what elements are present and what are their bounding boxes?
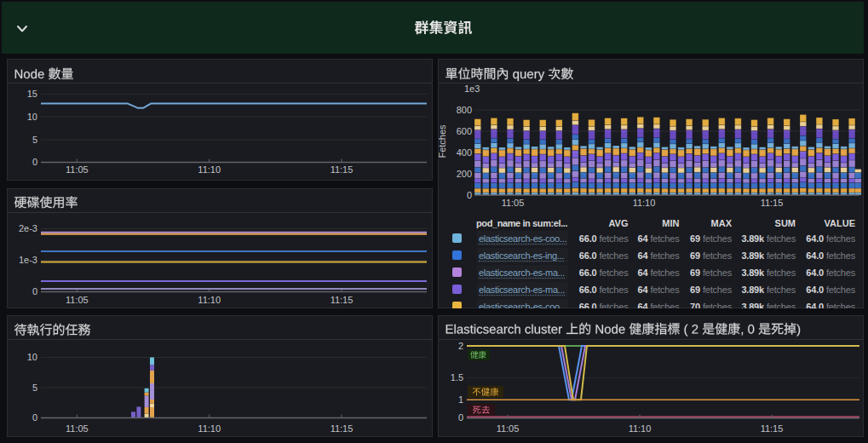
svg-text:11:05: 11:05 [66,164,89,175]
svg-text:5: 5 [32,383,37,393]
svg-text:11:05: 11:05 [497,423,520,434]
svg-text:0: 0 [32,286,37,296]
svg-text:0: 0 [467,190,472,200]
svg-text:200: 200 [457,169,472,179]
svg-text:Fetches: Fetches [439,124,447,158]
svg-text:11:10: 11:10 [629,423,652,434]
svg-text:10: 10 [27,352,37,362]
svg-text:1: 1 [458,394,463,405]
svg-text:11:15: 11:15 [331,164,354,175]
svg-text:11:05: 11:05 [502,198,525,208]
svg-text:400: 400 [457,147,472,158]
svg-text:11:10: 11:10 [198,423,221,434]
svg-text:15: 15 [27,89,37,99]
svg-text:11:15: 11:15 [761,198,784,208]
svg-text:11:10: 11:10 [198,295,221,305]
svg-text:11:15: 11:15 [761,423,784,434]
svg-text:0: 0 [32,412,37,423]
svg-text:0: 0 [458,412,463,423]
svg-text:0: 0 [32,157,37,167]
svg-text:11:10: 11:10 [633,198,656,208]
svg-text:2e-3: 2e-3 [19,223,37,233]
svg-text:11:15: 11:15 [331,423,354,434]
svg-text:5: 5 [32,135,37,145]
svg-text:11:15: 11:15 [331,295,354,305]
svg-text:800: 800 [457,105,472,115]
svg-text:2: 2 [458,341,463,351]
svg-text:10: 10 [27,112,37,122]
svg-text:600: 600 [457,126,472,136]
svg-text:1e-3: 1e-3 [19,255,37,265]
svg-text:1.5: 1.5 [451,372,463,383]
svg-text:11:05: 11:05 [66,423,89,434]
svg-text:11:10: 11:10 [198,164,221,175]
svg-text:11:05: 11:05 [66,295,89,305]
svg-text:1e3: 1e3 [464,83,480,94]
